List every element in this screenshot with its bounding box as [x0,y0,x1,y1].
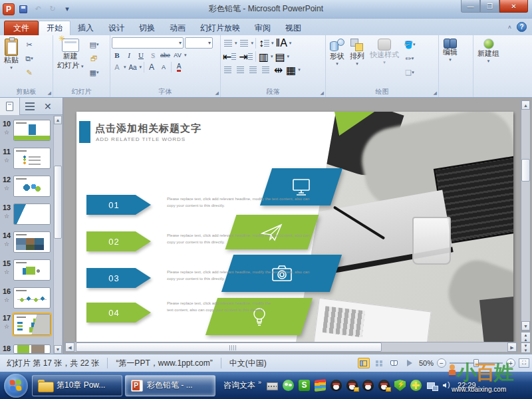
slideshow-button[interactable] [404,358,416,368]
next-slide-button[interactable]: ▼▼ [521,342,531,353]
fit-to-window-button[interactable]: ⛶ [519,358,529,368]
align-center-button[interactable] [235,65,246,75]
redo-button[interactable]: ↻ [47,4,59,15]
thumbnail-slide-17[interactable]: 17☆ [0,313,53,339]
undo-button[interactable]: ↶ [32,4,44,15]
clipboard-dialog-launcher[interactable]: ◢ [48,90,51,96]
paste-button[interactable]: 粘贴 ▾ [1,37,21,88]
item-02-text[interactable]: Please replace text, click add relevant … [167,233,312,245]
slide-layout-button[interactable]: ▤▾ [88,39,101,51]
qq-mailbox-icon[interactable] [346,380,358,391]
new-group-button[interactable]: 新建组 ▾ [475,37,502,88]
line-spacing-button[interactable]: ↕ [258,39,270,49]
font-dialog-launcher[interactable]: ◢ [215,90,219,96]
strikethrough-button[interactable] [160,50,171,61]
text-shadow-button[interactable] [148,50,158,61]
font-color-button[interactable] [174,62,184,72]
align-text-button[interactable]: ▤ [274,52,285,62]
scroll-left-icon[interactable]: ◀ [65,342,74,352]
align-left-button[interactable] [222,65,233,75]
numbering-button[interactable] [239,39,250,49]
justify-button[interactable] [260,65,271,75]
decrease-indent-button[interactable]: ⇤ [222,52,237,62]
slide-subtitle[interactable]: ADD RELATED TITLE WORDS [96,136,186,142]
text-direction-button[interactable]: ‖A [275,39,288,49]
item-02-tag[interactable]: 02 [86,231,151,251]
distribute-button[interactable]: ⇹ [273,65,284,75]
shape-fill-button[interactable]: 🪣▾ [403,39,416,51]
cut-button[interactable]: ✂ [23,39,36,51]
slide-counter[interactable]: 幻灯片 第 17 张，共 22 张 [4,358,102,369]
clear-formatting-button[interactable] [128,62,138,72]
tab-view[interactable]: 视图 [278,21,309,35]
zoom-out-button[interactable]: − [437,358,446,368]
slide-title[interactable]: 点击添加相关标题文字 [95,122,201,135]
zoom-level[interactable]: 50% [419,359,434,367]
zoom-slider-thumb[interactable] [473,359,479,367]
shape-effects-button[interactable]: ❑▾ [403,66,416,78]
tab-animations[interactable]: 动画 [162,21,193,35]
tab-transitions[interactable]: 切换 [132,21,162,35]
toolbar-chevron-icon[interactable]: » [258,379,261,386]
shape-outline-button[interactable]: ✏▾ [403,53,416,65]
item-04-text[interactable]: Please replace text, click add relevant … [167,301,273,313]
restore-button[interactable]: ❐ [480,0,499,13]
bold-button[interactable] [112,50,122,61]
taskbar-folder-window[interactable]: 第10章 Pow... [32,375,122,396]
slides-tab[interactable] [0,98,20,115]
close-panel-icon[interactable]: ✕ [44,101,52,112]
underline-button[interactable] [136,50,146,61]
360-safe-icon[interactable] [410,380,422,391]
thumbnail-slide-13[interactable]: 13☆ [0,202,53,229]
tab-insert[interactable]: 插入 [70,21,101,35]
item-04-tag[interactable]: 04 [86,303,151,323]
qq-icon[interactable] [331,380,342,391]
align-right-button[interactable] [247,65,259,75]
change-case-button[interactable] [112,62,122,72]
wechat-icon[interactable] [283,380,294,391]
zoom-slider[interactable] [450,362,503,364]
vertical-scrollbar[interactable]: ▲ ▼ [521,100,531,331]
language-toolbar[interactable]: 咨询文本 [223,380,255,391]
security-shield-icon[interactable] [394,380,406,391]
s-app-icon[interactable]: S [299,380,310,391]
italic-button[interactable] [124,50,134,61]
item-03-text[interactable]: Please replace text, click add relevant … [167,269,312,282]
thumbnail-slide-10[interactable]: 10☆ [0,118,53,145]
shapes-button[interactable]: 形状 ▾ [327,37,347,88]
drawing-dialog-launcher[interactable]: ◢ [434,90,437,96]
copy-button[interactable]: ⧉▾ [23,53,36,65]
scroll-right-icon[interactable]: ▶ [507,342,517,352]
thumbnail-slide-14[interactable]: 14☆ [0,230,53,257]
scroll-up-icon[interactable]: ▲ [521,100,530,110]
reset-slide-button[interactable]: 🗗 [88,53,101,65]
language-indicator[interactable]: 中文(中国) [227,358,269,369]
decrease-font-button[interactable] [158,62,169,72]
tab-review[interactable]: 审阅 [247,21,278,35]
panel-scrollbar[interactable]: ▲ ▼ [53,116,62,354]
tab-home[interactable]: 开始 [39,21,70,35]
arrange-button[interactable]: 排列 ▾ [347,37,367,88]
taskbar-powerpoint-window[interactable]: 彩色铅笔 - ... [125,375,215,396]
thumbnail-slide-18[interactable]: 18 [0,343,53,354]
minimize-button[interactable]: — [461,0,480,13]
thumbnail-slide-15[interactable]: 15☆ [0,258,53,285]
character-spacing-button[interactable] [172,50,183,61]
increase-indent-button[interactable]: ⇥ [238,52,253,62]
network-icon[interactable] [426,380,438,392]
slide-sorter-button[interactable] [373,358,385,368]
horizontal-scroll-thumb[interactable] [76,342,382,352]
previous-slide-button[interactable]: ▲▲ [521,332,531,342]
zoom-in-button[interactable]: + [506,358,515,368]
normal-view-button[interactable] [358,358,370,368]
vertical-scroll-thumb[interactable] [521,159,530,182]
save-button[interactable] [17,4,29,15]
format-painter-button[interactable]: ✎ [23,66,36,78]
help-icon[interactable]: ? [517,22,527,32]
qq-icon[interactable] [362,380,374,391]
item-03-tag[interactable]: 03 [86,268,151,288]
minimize-ribbon-icon[interactable]: ˄ [508,24,511,31]
qat-customize-button[interactable]: ▾ [61,4,73,15]
section-button[interactable]: ▦▾ [88,66,101,78]
qq-mailbox-icon[interactable] [378,380,390,391]
